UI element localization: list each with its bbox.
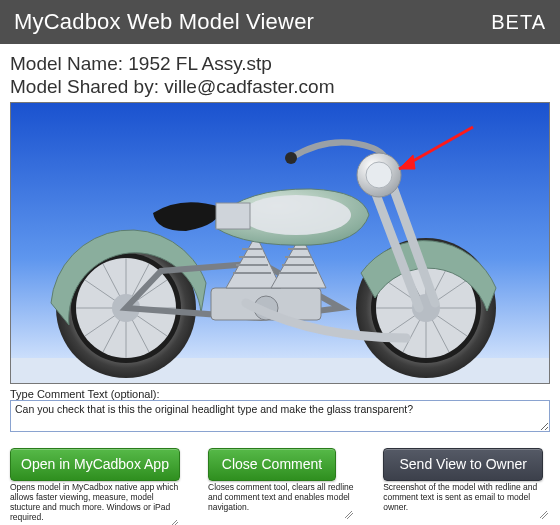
content-area: Model Name: 1952 FL Assy.stp Model Share… (0, 44, 560, 525)
open-helper-text: Opens model in MyCadbox native app which… (10, 483, 180, 525)
model-shared-line: Model Shared by: ville@cadfaster.com (10, 75, 550, 98)
open-col: Open in MyCadbox App Opens model in MyCa… (10, 448, 180, 525)
send-view-button[interactable]: Send View to Owner (383, 448, 543, 481)
send-col: Send View to Owner Screenshot of the mod… (383, 448, 550, 525)
svg-point-46 (241, 195, 351, 235)
comment-label: Type Comment Text (optional): (10, 388, 550, 400)
model-render (11, 103, 550, 384)
comment-input[interactable] (10, 400, 550, 432)
svg-rect-50 (216, 203, 250, 229)
model-viewer[interactable] (10, 102, 550, 384)
close-col: Close Comment Closes comment tool, clear… (208, 448, 355, 525)
model-shared-label: Model Shared by: (10, 76, 159, 97)
app-title: MyCadbox Web Model Viewer (14, 9, 314, 35)
model-shared-value: ville@cadfaster.com (164, 76, 334, 97)
model-name-label: Model Name: (10, 53, 123, 74)
app-header: MyCadbox Web Model Viewer BETA (0, 0, 560, 44)
svg-point-49 (366, 162, 392, 188)
send-helper-text: Screenshot of the model with redline and… (383, 483, 550, 518)
model-name-value: 1952 FL Assy.stp (128, 53, 272, 74)
model-name-line: Model Name: 1952 FL Assy.stp (10, 52, 550, 75)
close-comment-button[interactable]: Close Comment (208, 448, 336, 481)
action-row: Open in MyCadbox App Opens model in MyCa… (10, 448, 550, 525)
close-helper-text: Closes comment tool, clears all redline … (208, 483, 355, 518)
headlight (357, 153, 401, 197)
svg-point-47 (285, 152, 297, 164)
open-in-app-button[interactable]: Open in MyCadbox App (10, 448, 180, 481)
beta-badge: BETA (491, 11, 546, 34)
